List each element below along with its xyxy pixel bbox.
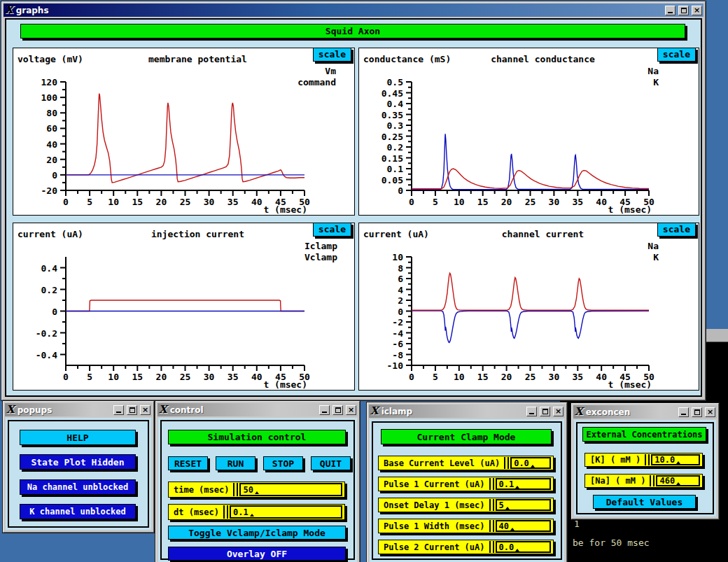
svg-text:Na: Na xyxy=(648,66,659,76)
minimize-button[interactable] xyxy=(665,6,676,15)
close-button[interactable]: × xyxy=(140,405,150,415)
graphs-titlebar[interactable]: X graphs × xyxy=(4,3,704,17)
field-value-text: 0.0 xyxy=(514,458,529,468)
svg-text:25: 25 xyxy=(525,197,536,207)
maximize-button[interactable] xyxy=(692,407,702,417)
svg-text:0.4: 0.4 xyxy=(387,99,404,109)
close-button[interactable]: × xyxy=(346,405,356,415)
minimize-icon xyxy=(529,413,534,414)
svg-text:channel conductance: channel conductance xyxy=(491,54,595,64)
k-concentration-value[interactable]: 10.0 xyxy=(651,454,700,465)
pulse1-current-label: Pulse 1 Current (uA) xyxy=(381,479,488,489)
plot-channel-current: -10-8-6-4-2024681005101520253035404550cu… xyxy=(358,223,699,391)
onset-delay1-value[interactable]: 5 xyxy=(496,499,552,511)
maximize-button[interactable] xyxy=(540,407,550,416)
injection-current-chart: -0.4-0.200.20.405101520253035404550curre… xyxy=(13,223,354,390)
svg-text:Iclamp: Iclamp xyxy=(304,241,337,251)
state-plot-toggle-button[interactable]: State Plot Hidden xyxy=(20,454,136,470)
maximize-icon xyxy=(681,8,687,13)
minimize-icon xyxy=(681,414,686,415)
svg-text:Vclamp: Vclamp xyxy=(304,252,337,262)
svg-text:25: 25 xyxy=(180,372,191,382)
field-divider xyxy=(489,520,494,532)
control-titlebar[interactable]: X control × xyxy=(158,403,358,416)
svg-text:injection current: injection current xyxy=(151,229,244,239)
svg-text:15: 15 xyxy=(132,197,143,207)
squid-axon-banner[interactable]: Squid Axon xyxy=(20,24,685,38)
svg-text:0.1: 0.1 xyxy=(387,164,404,174)
maximize-button[interactable] xyxy=(127,405,137,415)
pulse2-current-value[interactable]: 0.0 xyxy=(496,541,552,553)
svg-text:t (msec): t (msec) xyxy=(608,204,652,215)
pulse2-current-label: Pulse 2 Current (uA) xyxy=(381,542,488,552)
text-cursor-icon xyxy=(515,486,519,489)
scale-button[interactable]: scale xyxy=(657,223,696,237)
time-field-value[interactable]: 50 xyxy=(239,483,342,496)
x11-logo-icon: X xyxy=(159,405,167,415)
svg-text:0.05: 0.05 xyxy=(382,175,403,185)
quit-button[interactable]: QUIT xyxy=(311,456,351,470)
k-concentration-field: [K] ( mM ) 10.0 xyxy=(584,453,703,467)
na-channel-block-button[interactable]: Na channel unblocked xyxy=(20,479,136,495)
base-current-value[interactable]: 0.0 xyxy=(510,457,551,469)
close-button[interactable]: × xyxy=(553,407,564,416)
scale-button[interactable]: scale xyxy=(657,48,696,62)
svg-text:120: 120 xyxy=(41,77,58,87)
help-button[interactable]: HELP xyxy=(20,430,136,445)
svg-text:0: 0 xyxy=(398,307,403,317)
close-button[interactable]: × xyxy=(705,407,715,417)
maximize-button[interactable] xyxy=(678,6,689,15)
field-divider xyxy=(504,457,509,469)
minimize-button[interactable] xyxy=(113,405,124,415)
close-icon: × xyxy=(348,405,354,414)
minimize-icon xyxy=(322,412,327,413)
iclamp-form: Current Clamp Mode Base Current Level (u… xyxy=(372,421,562,560)
text-cursor-icon xyxy=(515,549,519,552)
svg-text:t (msec): t (msec) xyxy=(608,379,652,390)
field-divider xyxy=(650,475,654,486)
minimize-button[interactable] xyxy=(678,407,689,417)
svg-text:30: 30 xyxy=(549,197,560,207)
svg-text:current (uA): current (uA) xyxy=(363,229,429,239)
close-button[interactable]: × xyxy=(692,6,702,15)
svg-text:0.2: 0.2 xyxy=(41,285,57,295)
close-icon: × xyxy=(707,407,713,416)
base-current-label: Base Current Level (uA) xyxy=(381,458,503,468)
toggle-clamp-mode-button[interactable]: Toggle Vclamp/Iclamp Mode xyxy=(168,526,346,540)
close-icon: × xyxy=(694,6,700,15)
dt-field-value[interactable]: 0.1 xyxy=(230,505,342,519)
svg-text:35: 35 xyxy=(572,197,583,207)
popups-titlebar[interactable]: X popups × xyxy=(5,403,152,416)
dt-field-label: dt (msec) xyxy=(171,507,222,517)
k-channel-block-button[interactable]: K channel unblocked xyxy=(20,504,136,519)
scale-button[interactable]: scale xyxy=(313,48,351,62)
svg-text:30: 30 xyxy=(204,197,215,207)
text-cursor-icon xyxy=(505,507,510,510)
run-button[interactable]: RUN xyxy=(216,456,255,470)
scale-button[interactable]: scale xyxy=(313,223,351,237)
reset-button[interactable]: RESET xyxy=(168,456,208,470)
svg-text:10: 10 xyxy=(108,372,119,382)
pulse1-width-value[interactable]: 40 xyxy=(496,520,552,532)
svg-text:10: 10 xyxy=(454,197,465,207)
svg-text:5: 5 xyxy=(433,197,438,207)
maximize-button[interactable] xyxy=(332,405,343,415)
text-cursor-icon xyxy=(510,528,514,531)
pulse1-current-value[interactable]: 0.1 xyxy=(496,478,552,490)
svg-text:20: 20 xyxy=(156,197,167,207)
svg-text:K: K xyxy=(653,77,659,87)
iclamp-titlebar[interactable]: X iclamp × xyxy=(369,405,565,418)
svg-text:0: 0 xyxy=(52,307,57,317)
stop-button[interactable]: STOP xyxy=(263,456,303,470)
field-value-text: 10.0 xyxy=(654,455,675,465)
minimize-button[interactable] xyxy=(319,405,330,415)
na-concentration-value[interactable]: 460 xyxy=(656,475,700,486)
svg-text:command: command xyxy=(298,77,336,87)
exconcen-titlebar[interactable]: X exconcen × xyxy=(573,405,717,419)
maximize-icon xyxy=(335,407,341,413)
svg-text:30: 30 xyxy=(549,372,560,382)
svg-text:-20: -20 xyxy=(41,185,58,196)
default-values-button[interactable]: Default Values xyxy=(593,495,696,509)
overlay-toggle-button[interactable]: Overlay OFF xyxy=(168,547,346,561)
minimize-button[interactable] xyxy=(526,407,537,416)
